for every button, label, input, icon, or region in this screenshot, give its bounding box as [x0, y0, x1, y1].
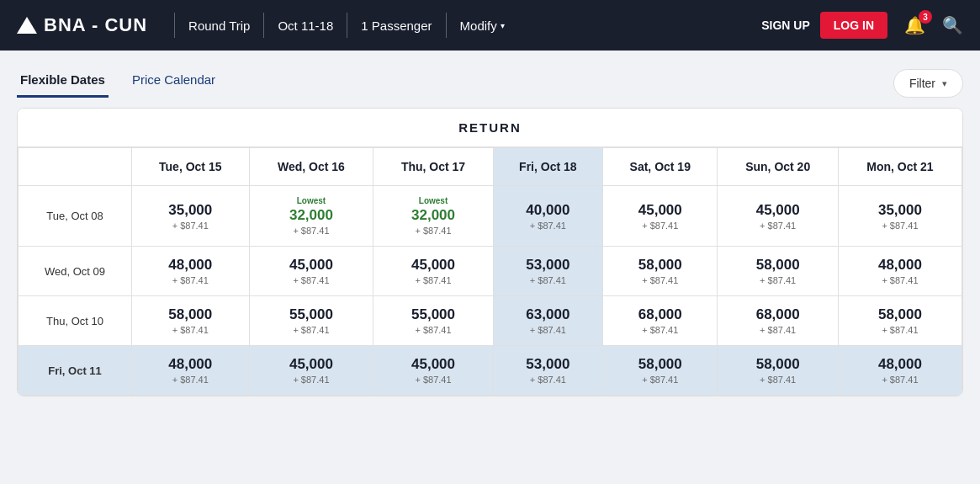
cell-points: 58,000: [610, 356, 710, 373]
row-header-3: Fri, Oct 11: [19, 346, 132, 396]
table-row: Tue, Oct 0835,000+ $87.41Lowest32,000+ $…: [19, 186, 962, 247]
chevron-down-icon: ▾: [942, 78, 947, 89]
price-cell-r1-c2[interactable]: 45,000+ $87.41: [373, 247, 493, 296]
passengers[interactable]: 1 Passenger: [361, 19, 432, 33]
price-cell-r0-c5[interactable]: 45,000+ $87.41: [718, 186, 838, 247]
price-cell-r2-c6[interactable]: 58,000+ $87.41: [838, 296, 961, 346]
price-cell-r0-c4[interactable]: 45,000+ $87.41: [603, 186, 718, 247]
price-cell-r3-c2[interactable]: 45,000+ $87.41: [373, 346, 493, 396]
login-button[interactable]: LOG IN: [820, 12, 887, 39]
row-header-0: Tue, Oct 08: [19, 186, 132, 247]
row-header-2: Thu, Oct 10: [19, 296, 132, 346]
return-label: RETURN: [18, 109, 962, 147]
cell-points: 55,000: [257, 306, 367, 323]
cell-fee: + $87.41: [257, 226, 367, 236]
price-cell-r1-c0[interactable]: 48,000+ $87.41: [132, 247, 250, 296]
cell-fee: + $87.41: [139, 375, 242, 385]
price-cell-r3-c0[interactable]: 48,000+ $87.41: [132, 346, 250, 396]
cell-fee: + $87.41: [139, 275, 242, 285]
cell-points: 35,000: [845, 202, 955, 219]
cell-fee: + $87.41: [257, 275, 367, 285]
price-cell-r3-c3[interactable]: 53,000+ $87.41: [493, 346, 602, 396]
tab-price-calendar[interactable]: Price Calendar: [129, 64, 219, 98]
price-cell-r3-c5[interactable]: 58,000+ $87.41: [718, 346, 838, 396]
cell-points: 58,000: [724, 356, 830, 373]
cell-fee: + $87.41: [845, 221, 955, 231]
cell-fee: + $87.41: [610, 275, 710, 285]
price-cell-r3-c4[interactable]: 58,000+ $87.41: [603, 346, 718, 396]
cell-fee: + $87.41: [139, 221, 242, 231]
price-cell-r0-c6[interactable]: 35,000+ $87.41: [838, 186, 961, 247]
price-cell-r2-c1[interactable]: 55,000+ $87.41: [249, 296, 373, 346]
search-button[interactable]: 🔍: [942, 15, 963, 35]
signup-button[interactable]: SIGN UP: [761, 19, 810, 32]
filter-button[interactable]: Filter ▾: [893, 69, 963, 98]
search-icon: 🔍: [942, 16, 963, 35]
cell-fee: + $87.41: [380, 226, 485, 236]
price-cell-r2-c3[interactable]: 63,000+ $87.41: [493, 296, 602, 346]
price-cell-r1-c5[interactable]: 58,000+ $87.41: [718, 247, 838, 296]
price-cell-r3-c6[interactable]: 48,000+ $87.41: [838, 346, 961, 396]
price-cell-r0-c0[interactable]: 35,000+ $87.41: [132, 186, 250, 247]
cell-points: 35,000: [139, 202, 242, 219]
cell-points: 45,000: [257, 356, 367, 373]
cell-points: 45,000: [380, 356, 485, 373]
price-cell-r1-c4[interactable]: 58,000+ $87.41: [603, 247, 718, 296]
price-cell-r3-c1[interactable]: 45,000+ $87.41: [249, 346, 373, 396]
cell-fee: + $87.41: [724, 325, 830, 335]
cell-fee: + $87.41: [845, 275, 955, 285]
modify-button[interactable]: Modify ▾: [460, 19, 505, 33]
cell-fee: + $87.41: [139, 325, 242, 335]
cell-points: 48,000: [139, 356, 242, 373]
table-row: Wed, Oct 0948,000+ $87.4145,000+ $87.414…: [19, 247, 962, 296]
cell-fee: + $87.41: [610, 325, 710, 335]
col-header-5: Sun, Oct 20: [718, 148, 838, 186]
cell-fee: + $87.41: [501, 325, 596, 335]
cell-points: 48,000: [845, 257, 955, 274]
trip-type[interactable]: Round Trip: [188, 19, 250, 33]
notifications-bell[interactable]: 🔔 3: [904, 15, 925, 35]
price-table: Tue, Oct 15 Wed, Oct 16 Thu, Oct 17 Fri,…: [18, 147, 962, 396]
col-header-4: Sat, Oct 19: [603, 148, 718, 186]
cell-points: 55,000: [380, 306, 485, 323]
price-cell-r1-c3[interactable]: 53,000+ $87.41: [493, 247, 602, 296]
cell-points: 32,000: [380, 207, 485, 224]
price-cell-r2-c5[interactable]: 68,000+ $87.41: [718, 296, 838, 346]
chevron-down-icon: ▾: [501, 21, 505, 30]
price-cell-r0-c3[interactable]: 40,000+ $87.41: [493, 186, 602, 247]
cell-points: 48,000: [845, 356, 955, 373]
cell-points: 58,000: [610, 257, 710, 274]
dates[interactable]: Oct 11-18: [278, 19, 333, 33]
cell-fee: + $87.41: [724, 221, 830, 231]
cell-fee: + $87.41: [257, 325, 367, 335]
price-cell-r1-c6[interactable]: 48,000+ $87.41: [838, 247, 961, 296]
tabs-row: Flexible Dates Price Calendar Filter ▾: [17, 64, 963, 98]
price-cell-r2-c2[interactable]: 55,000+ $87.41: [373, 296, 493, 346]
cell-points: 45,000: [724, 202, 830, 219]
cell-fee: + $87.41: [724, 275, 830, 285]
col-header-2: Thu, Oct 17: [373, 148, 493, 186]
price-cell-r0-c2[interactable]: Lowest32,000+ $87.41: [373, 186, 493, 247]
cell-fee: + $87.41: [845, 375, 955, 385]
cell-fee: + $87.41: [380, 275, 485, 285]
cell-points: 58,000: [845, 306, 955, 323]
price-cell-r2-c0[interactable]: 58,000+ $87.41: [132, 296, 250, 346]
logo-text: BNA - CUN: [44, 14, 147, 36]
cell-points: 45,000: [610, 202, 710, 219]
empty-header-cell: [19, 148, 132, 186]
row-header-1: Wed, Oct 09: [19, 247, 132, 296]
cell-fee: + $87.41: [610, 221, 710, 231]
cell-points: 68,000: [610, 306, 710, 323]
column-headers: Tue, Oct 15 Wed, Oct 16 Thu, Oct 17 Fri,…: [19, 148, 962, 186]
price-cell-r1-c1[interactable]: 45,000+ $87.41: [249, 247, 373, 296]
lowest-label: Lowest: [380, 196, 485, 205]
logo-triangle-icon: [17, 17, 37, 34]
main-content: Flexible Dates Price Calendar Filter ▾ R…: [0, 51, 980, 410]
col-header-3: Fri, Oct 18: [493, 148, 602, 186]
tab-flexible-dates[interactable]: Flexible Dates: [17, 64, 109, 98]
cell-points: 45,000: [257, 257, 367, 274]
col-header-0: Tue, Oct 15: [132, 148, 250, 186]
price-cell-r0-c1[interactable]: Lowest32,000+ $87.41: [249, 186, 373, 247]
price-cell-r2-c4[interactable]: 68,000+ $87.41: [603, 296, 718, 346]
col-header-6: Mon, Oct 21: [838, 148, 961, 186]
